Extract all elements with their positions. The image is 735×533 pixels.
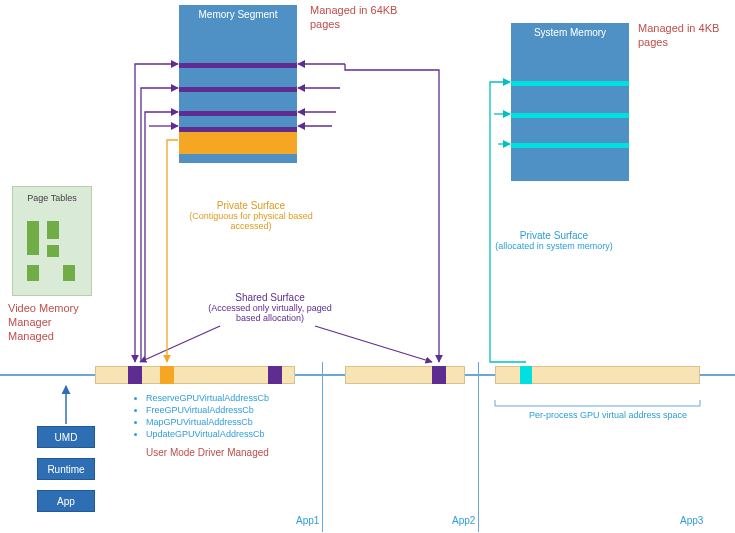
pt-cell-2 (47, 221, 59, 239)
sys-stripe-2 (511, 113, 629, 118)
stack-umd-label: UMD (55, 432, 78, 443)
segment-stripe-purple-3 (179, 111, 297, 116)
pt-cell-1 (27, 221, 39, 255)
page-tables-caption: Video Memory Manager Managed (8, 302, 98, 343)
addr-marker-purple-2 (432, 366, 446, 384)
addr-marker-purple-1a (128, 366, 142, 384)
pt-cell-4 (27, 265, 39, 281)
priv-left-title: Private Surface (186, 200, 316, 211)
addr-marker-orange-1 (160, 366, 174, 384)
private-surface-left-annot: Private Surface (Contiguous for physical… (186, 200, 316, 231)
api-item-0: ReserveGPUVirtualAddressCb (146, 392, 310, 404)
stack-umd: UMD (37, 426, 95, 448)
stack-runtime-label: Runtime (47, 464, 84, 475)
addr-seg-app1 (95, 366, 295, 384)
divider-app2-right (478, 362, 479, 532)
api-item-3: UpdateGPUVirtualAddressCb (146, 428, 310, 440)
api-list-caption: User Mode Driver Managed (146, 447, 310, 458)
shared-sub: (Accessed only virtually, paged based al… (195, 303, 345, 323)
api-item-1: FreeGPUVirtualAddressCb (146, 404, 310, 416)
priv-left-sub: (Contiguous for physical based accessed) (186, 211, 316, 231)
addr-seg-app2 (345, 366, 465, 384)
stack-app: App (37, 490, 95, 512)
page-tables-title: Page Tables (13, 187, 91, 203)
stack-runtime: Runtime (37, 458, 95, 480)
app3-label: App3 (680, 515, 703, 526)
divider-app1-right (322, 362, 323, 532)
address-rail (0, 362, 735, 388)
memory-segment: Memory Segment (178, 4, 298, 164)
sys-stripe-1 (511, 81, 629, 86)
private-surface-right-annot: Private Surface (allocated in system mem… (494, 230, 614, 251)
shared-title: Shared Surface (195, 292, 345, 303)
system-memory: System Memory (510, 22, 630, 182)
addr-marker-cyan-3 (520, 366, 532, 384)
segment-stripe-purple-1 (179, 63, 297, 68)
page-tables-tile: Page Tables (12, 186, 92, 296)
per-process-label: Per-process GPU virtual address space (503, 410, 713, 420)
pt-cell-5 (63, 265, 75, 281)
pt-cell-3 (47, 245, 59, 257)
sys-mem-page-note: Managed in 4KB pages (638, 22, 728, 50)
api-item-2: MapGPUVirtualAddressCb (146, 416, 310, 428)
segment-stripe-purple-2 (179, 87, 297, 92)
api-list: ReserveGPUVirtualAddressCb FreeGPUVirtua… (130, 392, 310, 458)
app1-label: App1 (296, 515, 319, 526)
shared-surface-annot: Shared Surface (Accessed only virtually,… (195, 292, 345, 323)
system-memory-title: System Memory (511, 23, 629, 38)
priv-right-sub: (allocated in system memory) (494, 241, 614, 251)
memory-segment-title: Memory Segment (179, 5, 297, 20)
addr-marker-purple-1b (268, 366, 282, 384)
priv-right-title: Private Surface (494, 230, 614, 241)
sys-stripe-3 (511, 143, 629, 148)
stack-app-label: App (57, 496, 75, 507)
app2-label: App2 (452, 515, 475, 526)
mem-seg-page-note: Managed in 64KB pages (310, 4, 420, 32)
segment-stripe-orange (179, 132, 297, 154)
